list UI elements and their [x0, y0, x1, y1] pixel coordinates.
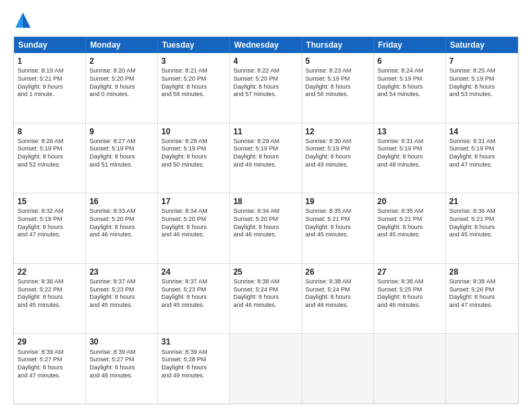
cell-info: Sunrise: 8:27 AM Sunset: 5:19 PM Dayligh…: [89, 138, 154, 169]
header-day-sunday: Sunday: [14, 37, 86, 53]
day-number: 10: [161, 126, 226, 137]
page: SundayMondayTuesdayWednesdayThursdayFrid…: [0, 0, 532, 411]
day-number: 1: [17, 56, 82, 66]
logo: [13, 11, 35, 30]
day-cell-1: 1Sunrise: 8:19 AM Sunset: 5:21 PM Daylig…: [14, 53, 86, 123]
calendar: SundayMondayTuesdayWednesdayThursdayFrid…: [13, 36, 519, 404]
day-number: 14: [449, 126, 515, 137]
day-number: 26: [306, 267, 370, 277]
empty-cell: [446, 334, 518, 404]
header: [13, 11, 519, 30]
calendar-row-1: 8Sunrise: 8:26 AM Sunset: 5:19 PM Daylig…: [14, 123, 518, 193]
day-number: 2: [89, 56, 154, 66]
day-cell-22: 22Sunrise: 8:36 AM Sunset: 5:22 PM Dayli…: [14, 264, 86, 334]
day-cell-11: 11Sunrise: 8:29 AM Sunset: 5:19 PM Dayli…: [230, 124, 302, 193]
day-cell-7: 7Sunrise: 8:25 AM Sunset: 5:19 PM Daylig…: [446, 53, 518, 123]
header-day-monday: Monday: [86, 37, 158, 53]
cell-info: Sunrise: 8:36 AM Sunset: 5:22 PM Dayligh…: [17, 278, 82, 310]
cell-info: Sunrise: 8:30 AM Sunset: 5:19 PM Dayligh…: [306, 138, 370, 169]
calendar-row-4: 29Sunrise: 8:39 AM Sunset: 5:27 PM Dayli…: [14, 333, 518, 404]
day-cell-8: 8Sunrise: 8:26 AM Sunset: 5:19 PM Daylig…: [14, 124, 86, 193]
cell-info: Sunrise: 8:28 AM Sunset: 5:19 PM Dayligh…: [161, 138, 226, 169]
cell-info: Sunrise: 8:37 AM Sunset: 5:23 PM Dayligh…: [161, 278, 226, 310]
calendar-body: 1Sunrise: 8:19 AM Sunset: 5:21 PM Daylig…: [14, 53, 518, 404]
cell-info: Sunrise: 8:38 AM Sunset: 5:25 PM Dayligh…: [378, 278, 442, 310]
day-number: 27: [378, 267, 442, 277]
day-cell-14: 14Sunrise: 8:31 AM Sunset: 5:19 PM Dayli…: [446, 124, 518, 193]
day-number: 5: [306, 56, 370, 66]
header-day-thursday: Thursday: [302, 37, 374, 53]
calendar-row-0: 1Sunrise: 8:19 AM Sunset: 5:21 PM Daylig…: [14, 53, 518, 123]
day-number: 3: [161, 56, 226, 66]
day-number: 21: [449, 196, 515, 207]
cell-info: Sunrise: 8:31 AM Sunset: 5:19 PM Dayligh…: [378, 138, 442, 169]
cell-info: Sunrise: 8:39 AM Sunset: 5:28 PM Dayligh…: [161, 349, 226, 380]
day-number: 4: [233, 56, 298, 66]
day-cell-15: 15Sunrise: 8:32 AM Sunset: 5:19 PM Dayli…: [14, 193, 86, 263]
header-day-friday: Friday: [374, 37, 446, 53]
empty-cell: [374, 334, 446, 404]
day-cell-18: 18Sunrise: 8:34 AM Sunset: 5:20 PM Dayli…: [230, 193, 302, 263]
day-cell-25: 25Sunrise: 8:38 AM Sunset: 5:24 PM Dayli…: [230, 264, 302, 334]
cell-info: Sunrise: 8:38 AM Sunset: 5:24 PM Dayligh…: [233, 278, 298, 310]
header-day-tuesday: Tuesday: [158, 37, 230, 53]
day-cell-21: 21Sunrise: 8:36 AM Sunset: 5:21 PM Dayli…: [446, 193, 518, 263]
day-cell-3: 3Sunrise: 8:21 AM Sunset: 5:20 PM Daylig…: [158, 53, 230, 123]
cell-info: Sunrise: 8:37 AM Sunset: 5:23 PM Dayligh…: [89, 278, 154, 310]
day-number: 12: [306, 126, 370, 137]
day-cell-31: 31Sunrise: 8:39 AM Sunset: 5:28 PM Dayli…: [158, 334, 230, 404]
day-cell-13: 13Sunrise: 8:31 AM Sunset: 5:19 PM Dayli…: [374, 124, 446, 193]
cell-info: Sunrise: 8:35 AM Sunset: 5:21 PM Dayligh…: [378, 208, 442, 239]
day-cell-2: 2Sunrise: 8:20 AM Sunset: 5:20 PM Daylig…: [86, 53, 158, 123]
cell-info: Sunrise: 8:24 AM Sunset: 5:19 PM Dayligh…: [378, 67, 442, 99]
cell-info: Sunrise: 8:26 AM Sunset: 5:19 PM Dayligh…: [17, 138, 82, 169]
day-number: 24: [161, 267, 226, 277]
cell-info: Sunrise: 8:36 AM Sunset: 5:21 PM Dayligh…: [449, 208, 515, 239]
cell-info: Sunrise: 8:23 AM Sunset: 5:19 PM Dayligh…: [306, 67, 370, 99]
day-cell-16: 16Sunrise: 8:33 AM Sunset: 5:20 PM Dayli…: [86, 193, 158, 263]
day-number: 28: [449, 267, 515, 277]
day-number: 23: [89, 267, 154, 277]
cell-info: Sunrise: 8:34 AM Sunset: 5:20 PM Dayligh…: [233, 208, 298, 239]
cell-info: Sunrise: 8:22 AM Sunset: 5:20 PM Dayligh…: [233, 67, 298, 99]
day-cell-20: 20Sunrise: 8:35 AM Sunset: 5:21 PM Dayli…: [374, 193, 446, 263]
cell-info: Sunrise: 8:38 AM Sunset: 5:24 PM Dayligh…: [306, 278, 370, 310]
logo-icon: [13, 11, 32, 30]
cell-info: Sunrise: 8:35 AM Sunset: 5:21 PM Dayligh…: [306, 208, 370, 239]
day-cell-4: 4Sunrise: 8:22 AM Sunset: 5:20 PM Daylig…: [230, 53, 302, 123]
cell-info: Sunrise: 8:32 AM Sunset: 5:19 PM Dayligh…: [17, 208, 82, 239]
day-number: 11: [233, 126, 298, 137]
cell-info: Sunrise: 8:20 AM Sunset: 5:20 PM Dayligh…: [89, 67, 154, 99]
day-cell-26: 26Sunrise: 8:38 AM Sunset: 5:24 PM Dayli…: [302, 264, 374, 334]
day-cell-12: 12Sunrise: 8:30 AM Sunset: 5:19 PM Dayli…: [302, 124, 374, 193]
day-cell-10: 10Sunrise: 8:28 AM Sunset: 5:19 PM Dayli…: [158, 124, 230, 193]
day-number: 16: [89, 196, 154, 207]
svg-marker-1: [23, 13, 30, 28]
cell-info: Sunrise: 8:29 AM Sunset: 5:19 PM Dayligh…: [233, 138, 298, 169]
cell-info: Sunrise: 8:39 AM Sunset: 5:27 PM Dayligh…: [89, 349, 154, 380]
cell-info: Sunrise: 8:21 AM Sunset: 5:20 PM Dayligh…: [161, 67, 226, 99]
day-number: 7: [449, 56, 515, 66]
cell-info: Sunrise: 8:25 AM Sunset: 5:19 PM Dayligh…: [449, 67, 515, 99]
cell-info: Sunrise: 8:31 AM Sunset: 5:19 PM Dayligh…: [449, 138, 515, 169]
day-number: 6: [378, 56, 442, 66]
day-number: 13: [378, 126, 442, 137]
day-number: 20: [378, 196, 442, 207]
day-cell-19: 19Sunrise: 8:35 AM Sunset: 5:21 PM Dayli…: [302, 193, 374, 263]
cell-info: Sunrise: 8:34 AM Sunset: 5:20 PM Dayligh…: [161, 208, 226, 239]
day-cell-5: 5Sunrise: 8:23 AM Sunset: 5:19 PM Daylig…: [302, 53, 374, 123]
day-number: 15: [17, 196, 82, 207]
day-number: 17: [161, 196, 226, 207]
empty-cell: [230, 334, 302, 404]
day-number: 9: [89, 126, 154, 137]
day-cell-29: 29Sunrise: 8:39 AM Sunset: 5:27 PM Dayli…: [14, 334, 86, 404]
day-number: 29: [17, 336, 82, 347]
day-number: 8: [17, 126, 82, 137]
day-cell-24: 24Sunrise: 8:37 AM Sunset: 5:23 PM Dayli…: [158, 264, 230, 334]
calendar-row-3: 22Sunrise: 8:36 AM Sunset: 5:22 PM Dayli…: [14, 263, 518, 334]
day-number: 19: [306, 196, 370, 207]
day-number: 25: [233, 267, 298, 277]
header-day-wednesday: Wednesday: [230, 37, 302, 53]
day-cell-6: 6Sunrise: 8:24 AM Sunset: 5:19 PM Daylig…: [374, 53, 446, 123]
cell-info: Sunrise: 8:38 AM Sunset: 5:26 PM Dayligh…: [449, 278, 515, 310]
